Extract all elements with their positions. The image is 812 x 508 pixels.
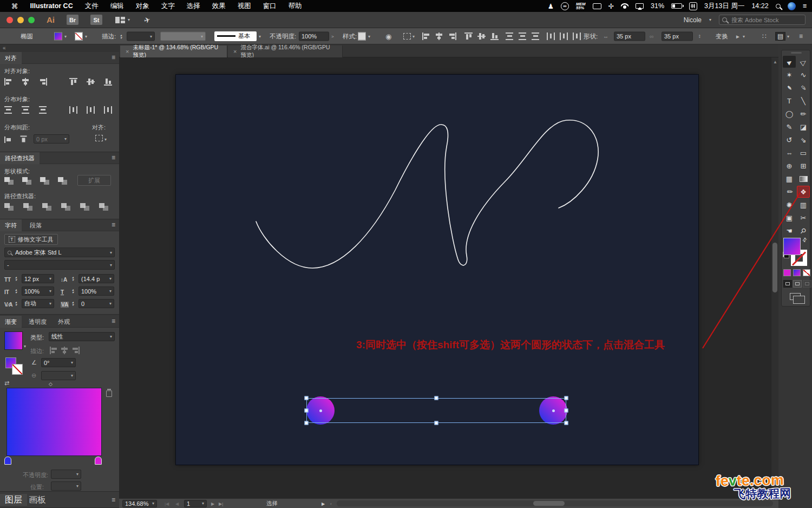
align-to-chevron[interactable]: ▾ xyxy=(104,137,107,142)
vertical-scrollbar[interactable]: ▲ xyxy=(771,57,778,498)
distribute-bottom-icon[interactable] xyxy=(39,106,47,114)
control-bar-menu-icon[interactable]: ≡ xyxy=(799,32,803,40)
chevron-down-icon[interactable]: ▾ xyxy=(49,276,51,281)
distribute-right-icon[interactable] xyxy=(573,32,581,40)
input-source-icon[interactable] xyxy=(689,2,697,10)
intersect-icon[interactable] xyxy=(40,177,49,185)
link-dimensions-icon[interactable]: ∞ xyxy=(650,33,654,40)
column-graph-tool[interactable]: ▥ xyxy=(797,199,810,211)
leading-field[interactable]: (14.4 p▾ xyxy=(78,274,114,283)
menu-select[interactable]: 选择 xyxy=(187,2,200,11)
tracking-field[interactable]: 0▾ xyxy=(78,299,114,308)
vertical-scale-field[interactable]: 100%▾ xyxy=(22,286,54,296)
tab-gradient[interactable]: 渐变 xyxy=(0,316,22,328)
scale-tool[interactable]: ⇘ xyxy=(797,134,810,146)
chevron-down-icon[interactable]: ▾ xyxy=(109,276,112,281)
stepper-down-icon[interactable]: ▾ xyxy=(72,303,74,306)
width-tool[interactable]: ⇔ xyxy=(783,147,796,159)
transform-label[interactable]: 变换 xyxy=(716,32,728,40)
toolbar-grip[interactable] xyxy=(791,52,802,54)
symbol-sprayer-tool[interactable]: ✺ xyxy=(783,199,796,211)
stroke-chevron[interactable]: ▾ xyxy=(85,34,87,38)
fill-indicator[interactable] xyxy=(783,238,801,255)
align-top-icon[interactable] xyxy=(69,78,77,86)
user-account-label[interactable]: Nicole xyxy=(684,16,702,24)
hand-tool[interactable]: ☚ xyxy=(783,225,796,237)
bluetooth-icon[interactable]: ✢ xyxy=(608,2,614,10)
window-close-button[interactable] xyxy=(6,17,13,23)
status-expand-icon[interactable]: ▶ xyxy=(322,501,325,506)
align-top-icon[interactable] xyxy=(464,32,473,40)
distribute-top-icon[interactable] xyxy=(4,106,12,114)
align-left-icon[interactable] xyxy=(422,32,430,40)
stroke-color-swatch[interactable] xyxy=(75,32,83,40)
gradient-chip-icon[interactable] xyxy=(793,269,801,276)
tab-paragraph[interactable]: 段落 xyxy=(25,219,47,231)
chevron-down-icon[interactable]: ▾ xyxy=(202,501,204,506)
menu-type[interactable]: 文字 xyxy=(161,2,175,11)
free-transform-tool[interactable]: ▭ xyxy=(797,147,810,159)
align-horizontal-center-icon[interactable] xyxy=(435,32,443,40)
fill-color-swatch[interactable] xyxy=(54,32,62,40)
ellipse-shape-tool[interactable]: ◯ xyxy=(783,108,796,120)
selection-handle-w[interactable] xyxy=(305,409,309,413)
gradient-slider-preview[interactable] xyxy=(6,388,102,456)
chevron-down-icon[interactable]: ▾ xyxy=(110,334,112,339)
color-chip-icon[interactable] xyxy=(783,269,791,276)
chevron-down-icon[interactable]: ▾ xyxy=(71,360,73,365)
delete-stop-icon[interactable] xyxy=(106,390,112,397)
transform-chevron[interactable]: ▾ xyxy=(743,34,745,38)
magic-wand-tool[interactable]: ✶ xyxy=(783,69,796,81)
scroll-up-icon[interactable]: ▲ xyxy=(773,60,777,64)
gradient-tool[interactable] xyxy=(797,173,810,185)
eraser-tool[interactable]: ◪ xyxy=(797,121,810,133)
hscale-stepper[interactable]: ▴▾ xyxy=(72,288,74,294)
brush-definition-dropdown[interactable]: 基本 xyxy=(214,31,257,41)
type-tool[interactable]: T xyxy=(783,95,796,107)
arrange-documents-icon[interactable] xyxy=(115,17,125,23)
eyedropper-tool[interactable]: ✐ xyxy=(783,186,796,198)
airplay-icon[interactable] xyxy=(636,3,644,9)
line-segment-tool[interactable]: ╲ xyxy=(797,95,810,107)
opacity-field[interactable]: 100% xyxy=(299,31,329,41)
workspace-grid-icon[interactable]: ∷ xyxy=(762,32,767,40)
trim-icon[interactable] xyxy=(23,203,32,211)
menu-object[interactable]: 对象 xyxy=(136,2,149,11)
selection-handle-s[interactable] xyxy=(435,421,438,425)
opacity-expand-icon[interactable]: > xyxy=(331,34,334,38)
shape-height-field[interactable]: 35 px xyxy=(662,31,693,41)
align-horizontal-center-icon[interactable] xyxy=(22,78,30,86)
font-size-field[interactable]: 12 px▾ xyxy=(22,274,54,283)
selection-handle-n[interactable] xyxy=(435,396,438,400)
vertical-distribute-space-icon[interactable] xyxy=(4,136,12,144)
notification-bell-icon[interactable]: ♟ xyxy=(548,2,554,10)
menu-app-name[interactable]: Illustrator CC xyxy=(30,2,73,10)
artboard-number-field[interactable]: 1 ▾ xyxy=(184,500,207,507)
selection-handle-e[interactable] xyxy=(565,409,568,413)
dock-chevron[interactable]: ▾ xyxy=(787,34,789,38)
apple-logo-icon[interactable]: ⌘ xyxy=(11,2,18,10)
chevron-down-icon[interactable]: ▾ xyxy=(49,289,51,294)
panel-menu-icon[interactable]: ≡ xyxy=(112,54,115,61)
chevron-down-icon[interactable]: ▾ xyxy=(110,250,112,255)
chevron-down-icon[interactable]: ▾ xyxy=(49,301,51,306)
gradient-angle-field[interactable]: 0°▾ xyxy=(41,358,76,367)
divide-icon[interactable] xyxy=(4,203,14,211)
bridge-button[interactable]: Br xyxy=(67,15,78,25)
window-minimize-button[interactable] xyxy=(17,17,24,23)
menu-help[interactable]: 帮助 xyxy=(289,2,302,11)
menu-file[interactable]: 文件 xyxy=(85,2,99,11)
gradient-stroke-proxy[interactable] xyxy=(12,364,23,375)
selection-handle-se[interactable] xyxy=(565,421,568,425)
zoom-tool[interactable]: ⚲ xyxy=(797,225,810,237)
window-zoom-button[interactable] xyxy=(28,17,35,23)
swap-fill-stroke-icon[interactable]: ⇄ xyxy=(801,236,808,244)
menu-view[interactable]: 视图 xyxy=(238,2,251,11)
reverse-gradient-icon[interactable]: ⇄ xyxy=(4,380,9,387)
vertical-scrollbar-thumb[interactable] xyxy=(772,243,777,292)
recolor-artwork-icon[interactable]: ◉ xyxy=(385,32,391,40)
rotate-tool[interactable]: ↺ xyxy=(783,134,796,146)
blend-tool[interactable]: ❖ xyxy=(797,186,810,198)
distribute-vcenter-icon[interactable] xyxy=(22,106,30,114)
minus-front-icon[interactable] xyxy=(22,177,31,185)
